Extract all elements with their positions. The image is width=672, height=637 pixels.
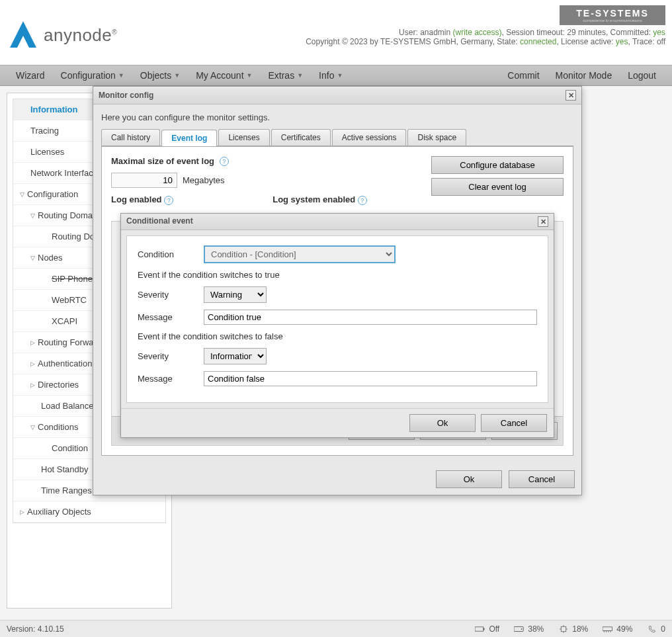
condition-select[interactable]: Condition - [Condition] [204, 245, 396, 263]
log-system-enabled-label: Log system enabled [273, 194, 355, 204]
chevron-down-icon: ▼ [118, 72, 124, 79]
ok-button[interactable]: Ok [436, 470, 502, 488]
triangle-down-icon: ▽ [30, 424, 35, 431]
close-icon[interactable]: ✕ [566, 90, 576, 101]
product-name: anynode® [44, 25, 117, 46]
sub-cancel-button[interactable]: Cancel [481, 414, 547, 432]
version-label: Version: [7, 624, 35, 634]
header-info: TE-SYSTEMS competence in e-communication… [306, 5, 665, 65]
triangle-right-icon: ▷ [30, 339, 35, 346]
condition-label: Condition [138, 249, 197, 259]
severity-true-label: Severity [138, 290, 197, 300]
message-true-label: Message [138, 312, 197, 322]
severity-false-label: Severity [138, 351, 197, 361]
triangle-right-icon: ▷ [30, 382, 35, 388]
triangle-down-icon: ▽ [20, 191, 24, 198]
false-section-head: Event if the condition switches to false [138, 331, 537, 341]
chevron-down-icon: ▼ [337, 72, 343, 79]
svg-rect-0 [475, 626, 483, 630]
menubar: Wizard Configuration▼ Objects▼ My Accoun… [0, 65, 672, 86]
triangle-down-icon: ▽ [30, 212, 35, 219]
close-icon[interactable]: ✕ [538, 216, 548, 227]
svg-point-3 [521, 628, 523, 630]
status-charging: Off [475, 624, 499, 634]
message-false-label: Message [138, 374, 197, 384]
max-size-label: Maximal size of event log [111, 156, 214, 166]
configure-database-button[interactable]: Configure database [431, 156, 564, 174]
copyright-line: Copyright © 2023 by TE-SYSTEMS GmbH, Ger… [306, 37, 665, 46]
true-section-head: Event if the condition switches to true [138, 270, 537, 280]
tab-call-history[interactable]: Call history [101, 129, 160, 146]
menu-configuration[interactable]: Configuration▼ [53, 65, 132, 85]
message-true-input[interactable] [204, 310, 537, 325]
status-cpu: 18% [558, 624, 588, 634]
version-value: 4.10.15 [38, 624, 64, 634]
chevron-down-icon: ▼ [247, 72, 253, 79]
svg-rect-1 [483, 628, 485, 630]
help-icon[interactable]: ? [220, 157, 229, 166]
menu-wizard[interactable]: Wizard [8, 65, 53, 85]
user-line: User: anadmin (write access), Session ti… [306, 28, 665, 37]
triangle-down-icon: ▽ [30, 255, 35, 261]
dialog-intro: Here you can configure the monitor setti… [101, 112, 573, 122]
logo: anynode® [7, 5, 117, 65]
tab-certificates[interactable]: Certificates [271, 129, 331, 146]
tabs: Call history Event log Licenses Certific… [101, 129, 573, 146]
triangle-right-icon: ▷ [20, 509, 24, 515]
max-size-input[interactable] [111, 173, 177, 188]
sub-ok-button[interactable]: Ok [409, 414, 476, 432]
tab-licenses[interactable]: Licenses [218, 129, 269, 146]
menu-monitor-mode[interactable]: Monitor Mode [548, 70, 620, 81]
sub-dialog-title-bar[interactable]: Conditional event ✕ [121, 214, 554, 230]
menu-info[interactable]: Info▼ [311, 65, 351, 85]
svg-rect-4 [562, 626, 567, 632]
help-icon[interactable]: ? [358, 196, 367, 205]
phone-icon [647, 625, 657, 633]
tab-active-sessions[interactable]: Active sessions [332, 129, 407, 146]
status-disk: 38% [514, 624, 544, 634]
svg-rect-9 [603, 626, 612, 630]
sub-dialog-title: Conditional event [126, 216, 193, 227]
anynode-logo-icon [7, 19, 40, 52]
menu-my-account[interactable]: My Account▼ [188, 65, 260, 85]
memory-icon [603, 625, 613, 633]
tab-event-log[interactable]: Event log [161, 130, 217, 146]
help-icon[interactable]: ? [164, 196, 173, 205]
log-enabled-label: Log enabled [111, 194, 162, 204]
dialog-footer: Ok Cancel [93, 464, 581, 495]
triangle-right-icon: ▷ [30, 361, 35, 367]
conditional-event-dialog: Conditional event ✕ Condition Condition … [120, 213, 554, 438]
disk-icon [514, 625, 525, 633]
chevron-down-icon: ▼ [174, 72, 180, 79]
clear-event-log-button[interactable]: Clear event log [431, 178, 564, 196]
severity-true-select[interactable]: Warning [204, 286, 267, 303]
menu-extras[interactable]: Extras▼ [260, 65, 311, 85]
status-calls: 0 [647, 624, 665, 634]
cpu-icon [558, 625, 569, 633]
message-false-input[interactable] [204, 371, 537, 386]
menu-objects[interactable]: Objects▼ [132, 65, 188, 85]
te-systems-logo: TE-SYSTEMS competence in e-communication… [560, 5, 665, 25]
severity-false-select[interactable]: Information [204, 348, 267, 364]
tab-disk-space[interactable]: Disk space [407, 129, 466, 146]
sidebar-item-auxiliary-objects[interactable]: ▷Auxiliary Objects [13, 501, 165, 523]
status-memory: 49% [603, 624, 632, 634]
dialog-title: Monitor config [99, 91, 153, 100]
cancel-button[interactable]: Cancel [509, 470, 575, 488]
menu-logout[interactable]: Logout [620, 70, 664, 81]
chevron-down-icon: ▼ [297, 72, 303, 79]
sub-dialog-footer: Ok Cancel [121, 408, 554, 437]
header: anynode® TE-SYSTEMS competence in e-comm… [0, 0, 672, 65]
status-bar: Version: 4.10.15 Off 38% 18% 49% 0 [0, 620, 672, 637]
max-size-unit: Megabytes [183, 175, 225, 185]
dialog-title-bar[interactable]: Monitor config ✕ [93, 87, 581, 105]
battery-icon [475, 625, 485, 633]
menu-commit[interactable]: Commit [499, 70, 547, 81]
